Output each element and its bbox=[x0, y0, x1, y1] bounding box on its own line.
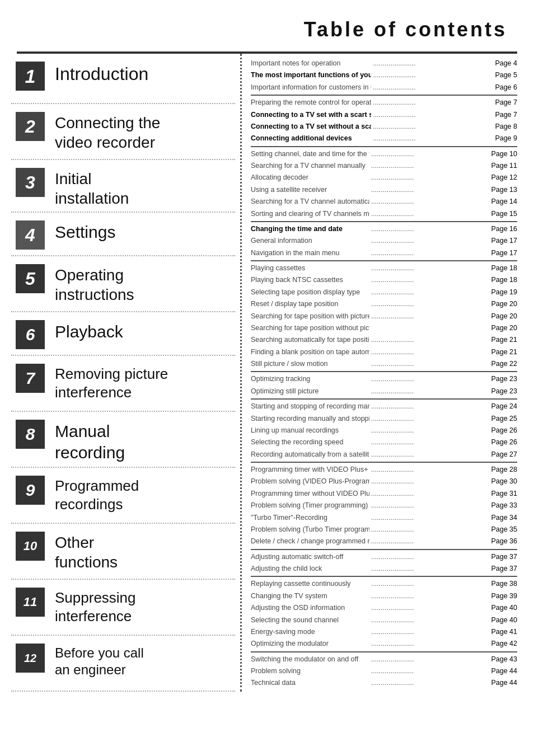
toc-section-divider bbox=[251, 371, 517, 372]
toc-dots: ...................... bbox=[371, 347, 490, 358]
toc-page: Page 37 bbox=[491, 564, 517, 574]
toc-text: Reset / display tape position bbox=[251, 299, 369, 309]
toc-text: Still picture / slow motion bbox=[251, 359, 369, 369]
toc-dots: ...................... bbox=[371, 591, 490, 602]
toc-section-divider bbox=[251, 651, 517, 652]
section-title-1: Introduction bbox=[55, 59, 148, 85]
toc-text: Energy-saving mode bbox=[251, 627, 369, 637]
toc-text: Setting channel, date and time for the f… bbox=[251, 149, 369, 159]
toc-text: Playing cassettes bbox=[251, 263, 369, 274]
section-number-7: 7 bbox=[16, 364, 45, 393]
toc-item: Searching for tape position with picture… bbox=[251, 311, 517, 322]
toc-item: Searching for a TV channel manually ....… bbox=[251, 161, 517, 171]
toc-page: Page 21 bbox=[491, 335, 517, 345]
toc-text: Optimizing tracking bbox=[251, 374, 369, 384]
toc-page: Page 22 bbox=[491, 359, 517, 369]
toc-text: Navigation in the main menu bbox=[251, 248, 369, 259]
toc-page: Page 38 bbox=[491, 579, 517, 589]
toc-item: Connecting additional devices ..........… bbox=[251, 133, 517, 144]
toc-page: Page 36 bbox=[491, 536, 517, 547]
toc-item: Searching automatically for tape positio… bbox=[251, 335, 517, 345]
toc-dots: ...................... bbox=[371, 615, 490, 626]
toc-text: The most important functions of your new… bbox=[251, 70, 371, 81]
toc-dots: ...................... bbox=[371, 638, 490, 649]
toc-text: Connecting to a TV set with a scart sock… bbox=[251, 110, 371, 120]
toc-item: Selecting the recording speed ..........… bbox=[251, 437, 517, 448]
toc-page: Page 27 bbox=[491, 449, 517, 460]
toc-section-divider bbox=[251, 146, 517, 147]
toc-dots: ...................... bbox=[371, 552, 490, 562]
toc-dots: ...................... bbox=[371, 386, 490, 397]
toc-page: Page 28 bbox=[491, 464, 517, 475]
toc-dots: ...................... bbox=[371, 476, 490, 487]
toc-item: General information ....................… bbox=[251, 236, 517, 246]
column-separator bbox=[235, 54, 245, 692]
toc-item: Energy-saving mode .....................… bbox=[251, 627, 517, 637]
toc-text: Starting recording manually and stopping… bbox=[251, 414, 369, 424]
toc-item: Problem solving ......................Pa… bbox=[251, 666, 517, 677]
toc-item: Adjusting the OSD information ..........… bbox=[251, 603, 517, 613]
toc-item: Optimizing still picture ...............… bbox=[251, 386, 517, 397]
toc-page: Page 40 bbox=[491, 603, 517, 613]
toc-dots: ...................... bbox=[371, 287, 490, 298]
toc-text: Optimizing the modulator bbox=[251, 638, 369, 649]
left-column: 1 Introduction 2 Connecting thevideo rec… bbox=[0, 54, 235, 692]
toc-item: Optimizing the modulator ...............… bbox=[251, 638, 517, 649]
section-12: 12 Before you callan engineer bbox=[11, 636, 235, 692]
toc-dots: ...................... bbox=[371, 275, 490, 285]
toc-item: Changing the time and date .............… bbox=[251, 224, 517, 234]
section-number-3: 3 bbox=[16, 168, 45, 197]
section-9: 9 Programmedrecordings bbox=[11, 468, 235, 524]
toc-text: Adjusting the OSD information bbox=[251, 603, 369, 613]
toc-item: Connecting to a TV set without a scart s… bbox=[251, 121, 517, 132]
toc-item: "Turbo Timer"-Recording ................… bbox=[251, 513, 517, 523]
toc-page: Page 26 bbox=[491, 437, 517, 448]
toc-item: Reset / display tape position ..........… bbox=[251, 299, 517, 309]
toc-text: Important information for customers in G… bbox=[251, 82, 371, 93]
toc-text: Preparing the remote control for operati… bbox=[251, 97, 371, 108]
toc-dots: ...................... bbox=[371, 185, 490, 195]
toc-dots: ...................... bbox=[373, 82, 493, 93]
toc-dots: ...................... bbox=[371, 489, 490, 499]
toc-page: Page 11 bbox=[491, 161, 517, 171]
toc-page: Page 13 bbox=[491, 185, 517, 195]
toc-page: Page 5 bbox=[495, 70, 517, 81]
toc-page: Page 23 bbox=[491, 374, 517, 384]
toc-dots: ...................... bbox=[371, 627, 490, 637]
section-number-4: 4 bbox=[16, 220, 45, 250]
section-number-9: 9 bbox=[16, 476, 45, 505]
toc-page: Page 37 bbox=[491, 552, 517, 562]
toc-item: Recording automatically from a satellite… bbox=[251, 449, 517, 460]
toc-section-divider bbox=[251, 398, 517, 400]
toc-page: Page 14 bbox=[491, 196, 517, 207]
toc-dots: ...................... bbox=[371, 401, 490, 412]
right-column: Important notes for operation ..........… bbox=[245, 54, 534, 692]
toc-item: Playing cassettes ......................… bbox=[251, 263, 517, 274]
toc-dots: ...................... bbox=[371, 500, 490, 511]
toc-text: Changing the time and date bbox=[251, 224, 369, 234]
section-title-11: Suppressinginterference bbox=[55, 585, 136, 625]
section-11: 11 Suppressinginterference bbox=[11, 580, 235, 636]
toc-text: Selecting the recording speed bbox=[251, 437, 369, 448]
toc-page: Page 31 bbox=[491, 489, 517, 499]
section-3: 3 Initialinstallation bbox=[11, 160, 235, 213]
section-title-2: Connecting thevideo recorder bbox=[55, 110, 160, 152]
toc-text: General information bbox=[251, 236, 369, 246]
section-number-8: 8 bbox=[16, 420, 45, 449]
toc-text: Searching for tape position without pict… bbox=[251, 323, 369, 334]
toc-item: Still picture / slow motion ............… bbox=[251, 359, 517, 369]
toc-text: Delete / check / change programmed recor… bbox=[251, 536, 369, 547]
section-title-3: Initialinstallation bbox=[55, 166, 129, 208]
toc-dots: ...................... bbox=[371, 149, 490, 159]
toc-page: Page 17 bbox=[491, 236, 517, 246]
toc-item: Searching for a TV channel automatically… bbox=[251, 196, 517, 207]
toc-dots: ...................... bbox=[371, 513, 490, 523]
toc-dots: ...................... bbox=[371, 263, 490, 274]
toc-text: Selecting tape position display type bbox=[251, 287, 369, 298]
toc-page: Page 41 bbox=[491, 627, 517, 637]
toc-item: Technical data ......................Pag… bbox=[251, 678, 517, 688]
toc-text: Searching for a TV channel manually bbox=[251, 161, 369, 171]
toc-page: Page 20 bbox=[491, 323, 517, 334]
section-5: 5 Operatinginstructions bbox=[11, 256, 235, 312]
section-title-4: Settings bbox=[55, 218, 115, 243]
